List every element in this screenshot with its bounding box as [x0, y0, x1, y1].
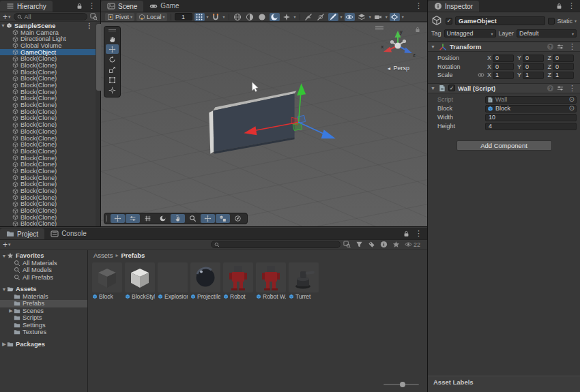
help-icon[interactable]: ?	[547, 85, 553, 91]
value-field[interactable]: 10	[485, 114, 577, 121]
lock-icon[interactable]	[556, 3, 562, 10]
hierarchy-item-block-clone[interactable]: Block(Clone)	[0, 69, 96, 76]
link-scale-icon[interactable]	[477, 72, 485, 78]
orientation-gizmo[interactable]: x y z ◄ Persp	[374, 25, 422, 76]
foldout-icon[interactable]: ▼	[431, 86, 436, 91]
fx-toggle-button[interactable]	[328, 13, 338, 21]
gizmos-dropdown[interactable]: ▾	[402, 14, 404, 19]
layers-dropdown[interactable]: ▾	[369, 14, 371, 19]
overlay-drag-handle[interactable]	[108, 29, 116, 31]
active-checkbox[interactable]: ✓	[446, 18, 452, 25]
view-tool-button[interactable]	[106, 34, 119, 44]
hierarchy-item-block-clone[interactable]: Block(Clone)	[0, 102, 96, 108]
project-tree-item[interactable]: Scripts	[0, 314, 87, 322]
magnet-snap-dropdown[interactable]: ▾	[223, 14, 225, 19]
axis-field[interactable]: 1	[553, 72, 574, 79]
project-search-input[interactable]	[211, 241, 340, 248]
presets-icon[interactable]	[557, 44, 564, 50]
layers-button[interactable]	[357, 13, 367, 21]
axis-field[interactable]: 0	[553, 55, 574, 62]
scale-tool-button[interactable]	[106, 65, 119, 74]
hierarchy-item-block-clone[interactable]: Block(Clone)	[0, 175, 96, 181]
grid-overlay-button[interactable]	[141, 214, 155, 223]
gameobject-icon[interactable]	[431, 15, 443, 27]
presets-icon[interactable]	[557, 85, 564, 91]
axis-field[interactable]: 0	[553, 63, 574, 70]
breadcrumb-prefabs[interactable]: Prefabs	[121, 252, 145, 259]
zoom-overlay-button[interactable]	[186, 214, 200, 223]
camera-dropdown[interactable]: ▾	[386, 14, 388, 19]
hierarchy-item[interactable]: GameObject	[0, 49, 96, 56]
axis-field[interactable]: 1	[493, 72, 514, 79]
panel-menu-icon[interactable]: ⋮	[566, 2, 577, 10]
hierarchy-item-block-clone[interactable]: Block(Clone)	[0, 155, 96, 162]
hierarchy-item-block-clone[interactable]: Block(Clone)	[0, 207, 96, 214]
object-field[interactable]: Wall⊙	[485, 96, 577, 104]
move-tool-button[interactable]	[106, 44, 119, 54]
shaded-sphere-button[interactable]	[245, 13, 255, 21]
hierarchy-item-block-clone[interactable]: Block(Clone)	[0, 201, 96, 208]
hierarchy-item-block-clone[interactable]: Block(Clone)	[0, 141, 96, 148]
overlay-drag-handle[interactable]	[106, 215, 108, 222]
rect-tool-button[interactable]	[106, 75, 119, 85]
project-tree-item[interactable]: Textures	[0, 329, 87, 336]
hierarchy-item-block-clone[interactable]: Block(Clone)	[0, 128, 96, 135]
project-tree-item[interactable]: ▶Packages	[0, 341, 87, 348]
tab-inspector[interactable]: Inspector	[428, 1, 479, 12]
audio-toggle-button[interactable]	[270, 13, 280, 21]
transform-tool-button[interactable]	[106, 85, 119, 95]
filter-icon[interactable]	[356, 241, 363, 248]
field-label[interactable]: Position	[437, 55, 477, 61]
perspective-toggle[interactable]: ◄ Persp	[387, 65, 409, 72]
component-menu-icon[interactable]: ⋮	[567, 85, 577, 92]
panel-menu-icon[interactable]: ⋮	[414, 230, 424, 237]
magnet-snap-button[interactable]	[211, 13, 221, 21]
hierarchy-scene-row[interactable]: ▼SampleScene⋮	[0, 22, 96, 29]
name-field[interactable]: GameObject	[455, 16, 545, 25]
search-by-label-icon[interactable]	[368, 241, 375, 248]
search-options-icon[interactable]	[90, 13, 98, 20]
asset-item[interactable]: Turret	[289, 262, 319, 300]
project-tree-item[interactable]: ▼Assets	[0, 286, 87, 293]
project-tree-item[interactable]: All Materials	[0, 260, 87, 267]
asset-item[interactable]: Projectile	[190, 262, 220, 300]
scene-visibility-button[interactable]	[304, 13, 314, 21]
hierarchy-item-block-clone[interactable]: Block(Clone)	[0, 115, 96, 122]
field-label[interactable]: Scale	[437, 72, 477, 78]
asset-labels-bar[interactable]: Asset Labels	[428, 376, 580, 392]
tab-console[interactable]: Console	[44, 228, 93, 239]
lock-icon[interactable]	[403, 230, 409, 237]
thumbnail-zoom-slider[interactable]	[383, 382, 419, 387]
field-label[interactable]: Height	[437, 123, 485, 130]
object-picker-icon[interactable]: ⊙	[569, 105, 575, 112]
hierarchy-item-block-clone[interactable]: Block(Clone)	[0, 62, 96, 69]
static-toggle[interactable]: Static ▾	[548, 18, 577, 25]
axis-field[interactable]: 0	[493, 55, 514, 62]
hierarchy-item-block-clone[interactable]: Block(Clone)	[0, 108, 96, 115]
breadcrumb-assets[interactable]: Assets	[93, 252, 113, 259]
project-tree-item[interactable]: Settings	[0, 322, 87, 329]
hidden-count-badge[interactable]: 22	[405, 241, 420, 248]
effects-button[interactable]	[282, 13, 292, 21]
axis-field[interactable]: 0	[523, 63, 544, 70]
hierarchy-item[interactable]: Main Camera	[0, 29, 96, 36]
asset-item[interactable]: Robot	[223, 262, 253, 300]
tag-dropdown[interactable]: Untagged ▾	[444, 29, 496, 37]
camera-cull-button[interactable]	[316, 13, 326, 21]
help-icon[interactable]: ?	[547, 44, 553, 50]
static-dropdown[interactable]: ▾	[575, 18, 577, 23]
project-tree-item[interactable]: ▼Favorites	[0, 252, 87, 260]
panel-menu-icon[interactable]: ⋮	[414, 2, 424, 10]
field-label[interactable]: Rotation	[437, 63, 477, 70]
wall-component-header[interactable]: ▼ ✓ Wall (Script) ? ⋮	[428, 83, 580, 93]
snap-increment-field[interactable]: 1	[175, 13, 192, 20]
tab-scene[interactable]: Scene	[101, 1, 143, 12]
hierarchy-item-block-clone[interactable]: Block(Clone)	[0, 135, 96, 142]
hierarchy-item-block-clone[interactable]: Block(Clone)	[0, 76, 96, 82]
value-field[interactable]: 4	[485, 123, 577, 130]
info-icon[interactable]	[380, 241, 388, 248]
lighting-toggle-button[interactable]	[257, 13, 267, 21]
search-by-type-icon[interactable]	[343, 241, 351, 248]
hierarchy-item-block-clone[interactable]: Block(Clone)	[0, 214, 96, 221]
hierarchy-item[interactable]: Global Volume	[0, 42, 96, 49]
